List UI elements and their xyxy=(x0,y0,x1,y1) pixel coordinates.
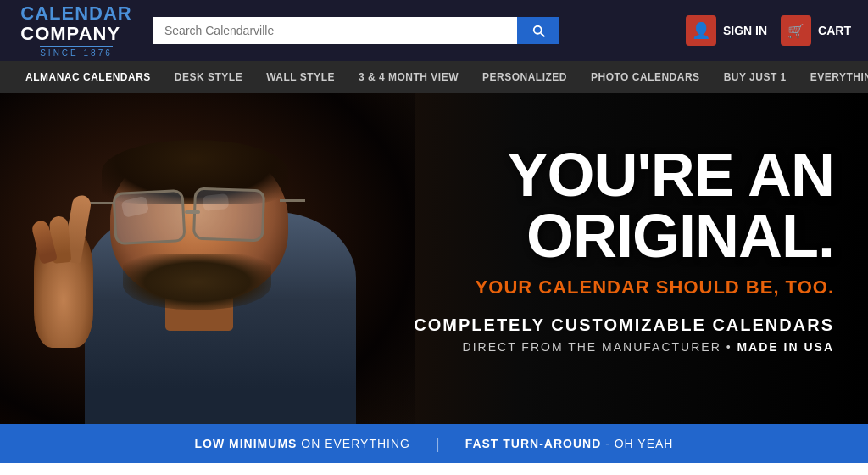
search-area xyxy=(153,17,559,44)
hero-desc2: DIRECT FROM THE MANUFACTURER • MADE IN U… xyxy=(414,340,834,354)
hero-desc2-separator: • xyxy=(726,340,737,354)
hero-desc2-start: DIRECT FROM THE MANUFACTURER xyxy=(463,340,721,354)
search-button[interactable] xyxy=(517,17,559,44)
cart-icon: 🛒 xyxy=(781,15,811,46)
glasses-left-lens xyxy=(112,189,186,245)
hand-area xyxy=(17,178,110,348)
bottom-bar: LOW MINIMUMS ON EVERYTHING | FAST TURN-A… xyxy=(0,424,868,463)
hero-desc2-bold: MADE IN USA xyxy=(737,340,834,354)
header-actions: 👤 SIGN IN 🛒 CART xyxy=(686,15,851,46)
nav-item-almanac[interactable]: ALMANAC CALENDARS xyxy=(14,61,163,93)
hero-subheadline: YOUR CALENDAR SHOULD BE, TOO. xyxy=(414,277,834,299)
logo-text: CALENDARCOMPANY xyxy=(20,3,131,44)
hero-desc1: COMPLETELY CUSTOMIZABLE CALENDARS xyxy=(414,316,834,335)
glasses-right-reflection xyxy=(203,193,230,211)
person-beard xyxy=(123,254,271,310)
hero-person-area xyxy=(0,93,415,424)
cart-label: CART xyxy=(818,24,851,37)
bottom-bar-text2: FAST TURN-AROUND - OH YEAH xyxy=(465,437,674,450)
nav-item-everything-else[interactable]: EVERYTHING ELSE ▼ xyxy=(798,61,868,93)
nav-item-desk[interactable]: DESK STYLE xyxy=(163,61,254,93)
nav-item-3-4-month[interactable]: 3 & 4 MONTH VIEW xyxy=(347,61,470,93)
bottom-bar-text1-bold: LOW MINIMUMS xyxy=(195,437,298,450)
sign-in-label: SIGN IN xyxy=(723,24,767,37)
hero-text-area: YOU'RE AN ORIGINAL. YOUR CALENDAR SHOULD… xyxy=(414,144,834,354)
nav-item-buy-just-1[interactable]: BUY JUST 1 xyxy=(712,61,798,93)
hero-headline: YOU'RE AN ORIGINAL. xyxy=(414,144,834,266)
bottom-bar-text2-suffix: - OH YEAH xyxy=(605,437,673,450)
bottom-bar-text2-bold: FAST TURN-AROUND xyxy=(465,437,602,450)
sign-in-button[interactable]: 👤 SIGN IN xyxy=(686,15,767,46)
bottom-bar-divider: | xyxy=(436,435,440,453)
site-header: CALENDARCOMPANY SINCE 1876 👤 SIGN IN 🛒 C… xyxy=(0,0,868,61)
nav-item-photo[interactable]: PHOTO CALENDARS xyxy=(579,61,712,93)
hero-section: YOU'RE AN ORIGINAL. YOUR CALENDAR SHOULD… xyxy=(0,93,868,424)
glasses-arm-right xyxy=(280,199,305,202)
bottom-bar-text1: LOW MINIMUMS ON EVERYTHING xyxy=(195,437,410,450)
user-icon: 👤 xyxy=(686,15,716,46)
glasses-left-reflection xyxy=(120,196,149,218)
bottom-bar-text1-suffix: ON EVERYTHING xyxy=(301,437,410,450)
main-nav: ALMANAC CALENDARS DESK STYLE WALL STYLE … xyxy=(0,61,868,93)
search-input[interactable] xyxy=(153,17,517,44)
logo[interactable]: CALENDARCOMPANY SINCE 1876 xyxy=(17,3,136,58)
nav-item-personalized[interactable]: PERSONALIZED xyxy=(470,61,579,93)
nav-item-wall[interactable]: WALL STYLE xyxy=(254,61,347,93)
logo-since: SINCE 1876 xyxy=(40,46,113,58)
glasses-bridge xyxy=(185,210,200,214)
glasses-right-lens xyxy=(192,187,265,243)
cart-button[interactable]: 🛒 CART xyxy=(781,15,851,46)
search-icon xyxy=(531,23,546,38)
